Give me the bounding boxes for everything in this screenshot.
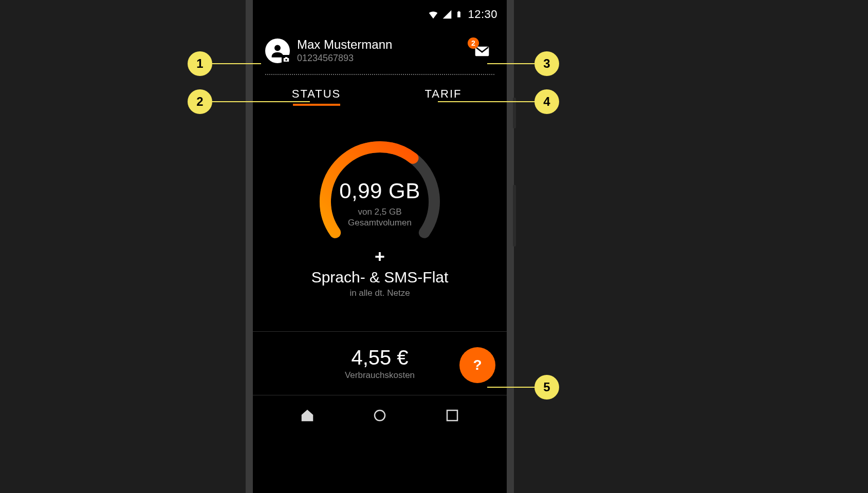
phone-frame: 12:30 Max Mustermann 01234567893 2 STATU… xyxy=(246,0,514,493)
svg-rect-8 xyxy=(447,410,457,421)
data-used-value: 0,99 GB xyxy=(313,179,447,203)
callout-5: 5 xyxy=(534,375,559,400)
callout-line xyxy=(487,63,534,64)
system-status-bar: 12:30 xyxy=(253,0,507,28)
bottom-nav xyxy=(253,395,507,419)
data-gauge: 0,99 GB von 2,5 GB Gesamtvolumen xyxy=(313,135,447,237)
svg-rect-5 xyxy=(285,57,288,58)
usage-section: 0,99 GB von 2,5 GB Gesamtvolumen + Sprac… xyxy=(253,106,507,314)
svg-point-4 xyxy=(285,59,287,61)
nav-icon-2[interactable] xyxy=(372,408,387,419)
plus-icon: + xyxy=(253,246,507,267)
data-total-line1: von 2,5 GB xyxy=(358,207,401,217)
user-phone: 01234567893 xyxy=(297,53,392,64)
svg-rect-0 xyxy=(458,11,461,17)
callout-2: 2 xyxy=(188,89,212,114)
callout-1: 1 xyxy=(188,51,212,76)
nav-icon-1[interactable] xyxy=(300,408,315,419)
help-fab[interactable]: ? xyxy=(459,347,495,383)
messages-button[interactable]: 2 xyxy=(471,43,493,60)
wifi-icon xyxy=(428,9,439,20)
user-name: Max Mustermann xyxy=(297,37,392,52)
callout-3: 3 xyxy=(534,51,559,76)
nav-icon-3[interactable] xyxy=(445,408,460,419)
svg-point-7 xyxy=(375,410,385,421)
battery-icon xyxy=(455,9,463,20)
callout-4: 4 xyxy=(534,89,559,114)
callout-line xyxy=(487,387,534,388)
feature-subtitle: in alle dt. Netze xyxy=(253,288,507,298)
clock-text: 12:30 xyxy=(468,8,497,21)
callout-line xyxy=(212,101,310,102)
messages-badge: 2 xyxy=(468,37,479,49)
feature-title: Sprach- & SMS-Flat xyxy=(253,269,507,286)
camera-badge-icon xyxy=(282,55,291,64)
phone-side-button xyxy=(513,185,516,246)
data-total-line2: Gesamtvolumen xyxy=(348,218,412,227)
avatar[interactable] xyxy=(265,39,290,63)
callout-line xyxy=(212,63,261,64)
gauge-labels: 0,99 GB von 2,5 GB Gesamtvolumen xyxy=(313,179,447,229)
tab-tarif[interactable]: TARIF xyxy=(380,84,507,106)
svg-rect-1 xyxy=(458,11,459,12)
app-header: Max Mustermann 01234567893 2 xyxy=(253,28,507,71)
tab-status[interactable]: STATUS xyxy=(253,84,380,106)
user-info: Max Mustermann 01234567893 xyxy=(297,37,392,64)
signal-icon xyxy=(442,9,452,20)
phone-side-button xyxy=(513,98,516,128)
svg-point-2 xyxy=(274,45,281,51)
cost-section: 4,55 € Verbrauchskosten ? xyxy=(253,332,507,390)
callout-line xyxy=(438,101,534,102)
